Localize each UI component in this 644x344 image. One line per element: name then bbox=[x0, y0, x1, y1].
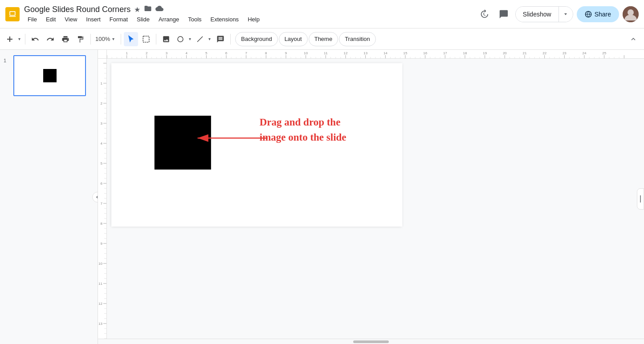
frame-select-button[interactable] bbox=[139, 32, 153, 46]
svg-text:13: 13 bbox=[363, 51, 367, 55]
svg-text:15: 15 bbox=[404, 51, 408, 55]
share-label: Share bbox=[595, 11, 611, 18]
line-dropdown-icon[interactable]: ▾ bbox=[206, 32, 212, 46]
slide-canvas[interactable]: Drag and drop the image onto the slide bbox=[111, 63, 402, 227]
canvas-content-row: 1234567891011121314 bbox=[98, 59, 644, 339]
header-right: Slideshow Share bbox=[476, 6, 639, 22]
svg-text:23: 23 bbox=[562, 51, 567, 55]
ruler-top-row: 1234567891011121314151617181920212223242… bbox=[98, 50, 644, 59]
paint-format-button[interactable] bbox=[73, 32, 88, 46]
line-button[interactable]: ▾ bbox=[194, 32, 212, 46]
slideshow-dropdown-button[interactable] bbox=[558, 7, 573, 22]
svg-text:2: 2 bbox=[101, 101, 103, 105]
ruler-left: 1234567891011121314 bbox=[98, 59, 107, 339]
share-button[interactable]: Share bbox=[577, 6, 619, 22]
menu-bar: File Edit View Insert Format Slide Arran… bbox=[24, 15, 476, 24]
svg-point-7 bbox=[178, 36, 183, 42]
slide-canvas-wrapper[interactable]: Drag and drop the image onto the slide bbox=[107, 59, 644, 339]
slide-thumbnail-1[interactable] bbox=[13, 55, 86, 96]
svg-text:17: 17 bbox=[443, 51, 447, 55]
menu-file[interactable]: File bbox=[24, 15, 41, 24]
slides-panel: 1 bbox=[0, 50, 98, 344]
zoom-control[interactable]: 100% ▾ bbox=[94, 32, 118, 46]
slide-thumb-black-square bbox=[43, 69, 57, 82]
slide-tools: Background Layout Theme Transition bbox=[235, 32, 376, 46]
canvas-area: 1234567891011121314151617181920212223242… bbox=[98, 50, 644, 344]
shapes-button[interactable]: ▾ bbox=[174, 32, 193, 46]
menu-help[interactable]: Help bbox=[244, 15, 263, 24]
separator-5 bbox=[230, 34, 231, 45]
print-button[interactable] bbox=[58, 32, 73, 46]
toolbar-collapse-button[interactable] bbox=[626, 32, 640, 46]
comments-icon[interactable] bbox=[496, 6, 512, 22]
svg-text:19: 19 bbox=[483, 51, 487, 55]
right-panel-handle[interactable] bbox=[637, 188, 644, 210]
arrow-annotation bbox=[189, 130, 270, 146]
insert-comment-button[interactable] bbox=[213, 32, 228, 46]
menu-edit[interactable]: Edit bbox=[42, 15, 59, 24]
ruler-corner bbox=[98, 50, 107, 59]
svg-text:7: 7 bbox=[101, 202, 103, 206]
svg-text:14: 14 bbox=[383, 51, 387, 55]
theme-button[interactable]: Theme bbox=[309, 32, 338, 46]
redo-button[interactable] bbox=[43, 32, 57, 46]
svg-text:2: 2 bbox=[146, 51, 148, 55]
svg-text:3: 3 bbox=[166, 51, 168, 55]
menu-slide[interactable]: Slide bbox=[133, 15, 153, 24]
zoom-dropdown-icon[interactable]: ▾ bbox=[110, 32, 116, 46]
svg-rect-6 bbox=[143, 36, 150, 42]
svg-text:16: 16 bbox=[423, 51, 427, 55]
cloud-icon[interactable] bbox=[155, 4, 163, 14]
folder-icon[interactable] bbox=[144, 4, 152, 14]
background-button[interactable]: Background bbox=[235, 32, 277, 46]
scroll-thumb[interactable] bbox=[353, 340, 389, 343]
svg-text:25: 25 bbox=[602, 51, 606, 55]
svg-text:7: 7 bbox=[245, 51, 247, 55]
svg-text:8: 8 bbox=[265, 51, 267, 55]
ruler-left-svg: 1234567891011121314 bbox=[98, 59, 107, 339]
add-dropdown-icon[interactable]: ▾ bbox=[16, 32, 22, 46]
svg-text:6: 6 bbox=[101, 182, 103, 186]
slideshow-button[interactable]: Slideshow bbox=[515, 6, 573, 22]
slideshow-main-button[interactable]: Slideshow bbox=[516, 7, 558, 22]
menu-extensions[interactable]: Extensions bbox=[207, 15, 243, 24]
bottom-scrollbar[interactable] bbox=[98, 339, 644, 344]
layout-button[interactable]: Layout bbox=[279, 32, 308, 46]
menu-view[interactable]: View bbox=[61, 15, 81, 24]
separator-1 bbox=[25, 34, 25, 45]
separator-4 bbox=[156, 34, 156, 45]
svg-text:20: 20 bbox=[503, 51, 507, 55]
insert-image-button[interactable] bbox=[159, 32, 173, 46]
add-icon[interactable] bbox=[4, 32, 16, 46]
transition-button[interactable]: Transition bbox=[339, 32, 376, 46]
slide-number-1: 1 bbox=[4, 55, 10, 63]
svg-text:9: 9 bbox=[101, 242, 103, 246]
separator-3 bbox=[121, 34, 121, 45]
svg-text:22: 22 bbox=[542, 51, 546, 55]
line-icon[interactable] bbox=[194, 32, 206, 46]
main-layout: 1 12345678910111213141516171819202122232… bbox=[0, 50, 644, 344]
slide-1-container: 1 bbox=[0, 53, 98, 98]
user-avatar[interactable] bbox=[623, 6, 639, 22]
ruler-top: 1234567891011121314151617181920212223242… bbox=[107, 50, 644, 59]
menu-tools[interactable]: Tools bbox=[184, 15, 205, 24]
svg-text:8: 8 bbox=[101, 222, 103, 226]
add-slide-button[interactable]: ▾ bbox=[4, 32, 22, 46]
undo-button[interactable] bbox=[28, 32, 42, 46]
svg-text:1: 1 bbox=[101, 81, 103, 85]
shapes-icon[interactable] bbox=[174, 32, 187, 46]
shapes-dropdown-icon[interactable]: ▾ bbox=[187, 32, 193, 46]
menu-format[interactable]: Format bbox=[106, 15, 131, 24]
collapse-panel-button[interactable] bbox=[92, 192, 98, 202]
menu-arrange[interactable]: Arrange bbox=[155, 15, 183, 24]
menu-insert[interactable]: Insert bbox=[82, 15, 104, 24]
svg-text:3: 3 bbox=[101, 121, 103, 125]
history-icon[interactable] bbox=[476, 6, 492, 22]
title-area: Google Slides Round Corners ★ File Edit … bbox=[24, 4, 476, 24]
svg-text:10: 10 bbox=[98, 262, 102, 266]
star-icon[interactable]: ★ bbox=[134, 5, 140, 14]
app-logo bbox=[5, 7, 20, 21]
select-tool-button[interactable] bbox=[124, 32, 138, 46]
svg-line-8 bbox=[197, 36, 203, 42]
svg-point-5 bbox=[628, 9, 634, 16]
